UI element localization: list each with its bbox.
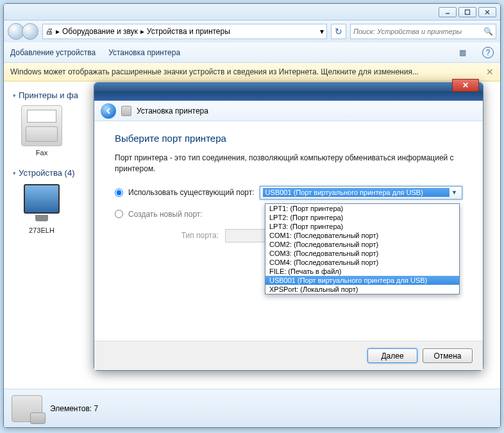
radio-existing-port[interactable] <box>115 189 123 197</box>
search-box[interactable]: 🔍 <box>350 24 496 39</box>
dialog-header-label: Установка принтера <box>137 106 208 115</box>
port-option[interactable]: FILE: (Печать в файл) <box>265 267 459 276</box>
breadcrumb[interactable]: 🖨 ▸ Оборудование и звук ▸ Устройства и п… <box>42 24 327 39</box>
chevron-down-icon: ▼ <box>449 189 459 196</box>
port-dropdown-list[interactable]: LPT1: (Порт принтера)LPT2: (Порт принтер… <box>265 203 460 294</box>
maximize-button[interactable] <box>458 7 476 17</box>
port-option[interactable]: COM3: (Последовательный порт) <box>265 249 459 258</box>
device-label: 273ELH <box>13 226 71 234</box>
device-label: Fax <box>13 149 71 157</box>
port-option[interactable]: LPT1: (Порт принтера) <box>265 204 459 213</box>
breadcrumb-seg-2[interactable]: Устройства и принтеры <box>147 27 230 36</box>
dialog-title: Выберите порт принтера <box>115 133 462 144</box>
breadcrumb-dropdown[interactable]: ▾ <box>320 27 324 36</box>
port-combo[interactable]: USB001 (Порт виртуального принтера для U… <box>260 186 462 200</box>
printer-icon <box>121 106 131 116</box>
address-bar: 🖨 ▸ Оборудование и звук ▸ Устройства и п… <box>4 21 500 42</box>
view-options-icon[interactable]: ▦ <box>455 46 469 60</box>
port-option[interactable]: USB001 (Порт виртуального принтера для U… <box>265 276 459 285</box>
info-bar-text: Windows может отображать расширенные зна… <box>10 67 419 76</box>
radio-existing-port-row: Использовать существующий порт: USB001 (… <box>115 186 462 200</box>
minimize-button[interactable] <box>439 7 457 17</box>
radio-existing-port-label[interactable]: Использовать существующий порт: <box>128 188 255 197</box>
next-button[interactable]: Далее <box>367 348 417 363</box>
info-bar[interactable]: Windows может отображать расширенные зна… <box>4 63 500 81</box>
search-input[interactable] <box>353 28 483 35</box>
close-button[interactable] <box>478 7 496 17</box>
forward-button[interactable] <box>22 23 38 40</box>
port-option[interactable]: XPSPort: (Локальный порт) <box>265 285 459 294</box>
status-devices-icon <box>12 395 42 422</box>
port-option[interactable]: LPT2: (Порт принтера) <box>265 213 459 222</box>
titlebar <box>4 4 500 21</box>
port-option[interactable]: COM1: (Последовательный порт) <box>265 231 459 240</box>
command-bar: Добавление устройства Установка принтера… <box>4 42 500 63</box>
radio-new-port-label[interactable]: Создать новый порт: <box>128 210 203 219</box>
nav-buttons <box>8 23 38 40</box>
device-monitor[interactable]: 273ELH <box>13 183 71 234</box>
status-bar: Элементов: 7 <box>4 389 500 427</box>
dialog-close-button[interactable]: ✕ <box>452 79 479 92</box>
port-option[interactable]: COM2: (Последовательный порт) <box>265 240 459 249</box>
help-icon[interactable]: ? <box>482 47 494 58</box>
add-printer-link[interactable]: Установка принтера <box>108 48 180 57</box>
monitor-icon <box>21 183 62 224</box>
devices-icon: 🖨 <box>46 27 53 36</box>
add-device-link[interactable]: Добавление устройства <box>10 48 96 57</box>
radio-new-port[interactable] <box>115 210 123 218</box>
dialog-back-button[interactable] <box>101 103 116 119</box>
device-fax[interactable]: Fax <box>13 105 71 157</box>
svg-rect-1 <box>466 10 470 14</box>
dialog-description: Порт принтера - это тип соединения, позв… <box>115 153 462 174</box>
port-option[interactable]: COM4: (Последовательный порт) <box>265 258 459 267</box>
cancel-button[interactable]: Отмена <box>423 348 473 363</box>
fax-icon <box>21 105 62 146</box>
refresh-button[interactable]: ↻ <box>331 24 346 39</box>
breadcrumb-seg-1[interactable]: Оборудование и звук <box>62 27 138 36</box>
search-icon: 🔍 <box>483 27 493 36</box>
dialog-header: Установка принтера <box>94 101 483 121</box>
dialog-titlebar: ✕ <box>94 83 483 101</box>
port-combo-value: USB001 (Порт виртуального принтера для U… <box>263 188 449 197</box>
info-bar-close-icon[interactable]: ✕ <box>486 67 494 77</box>
port-type-label: Тип порта: <box>129 231 219 240</box>
status-count: Элементов: 7 <box>50 404 98 413</box>
dialog-footer: Далее Отмена <box>94 341 483 370</box>
port-option[interactable]: LPT3: (Порт принтера) <box>265 222 459 231</box>
